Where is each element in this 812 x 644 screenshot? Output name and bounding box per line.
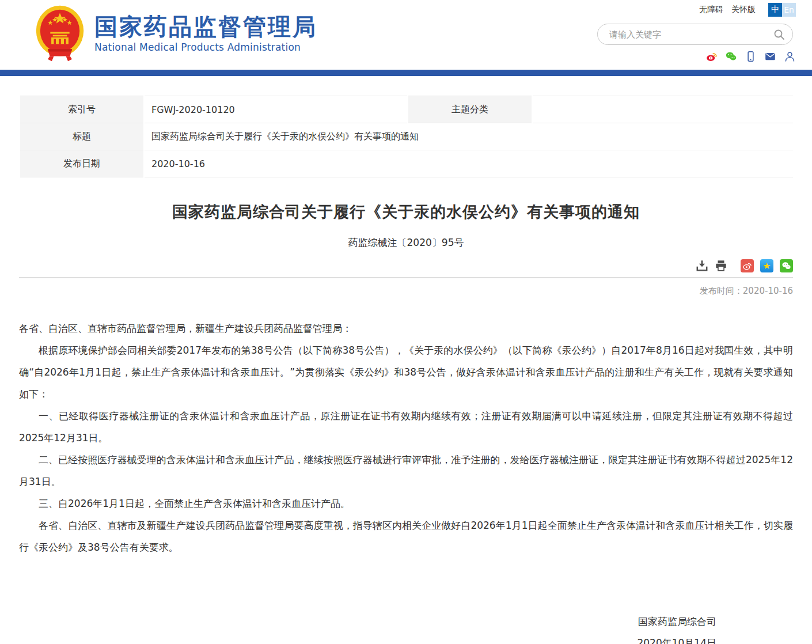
care-version-link[interactable]: 关怀版: [731, 5, 756, 15]
language-switcher: 中 En: [768, 3, 796, 17]
weibo-share-icon[interactable]: [741, 259, 754, 272]
site-header: 国家药品监督管理局 National Medical Products Admi…: [0, 0, 812, 70]
top-utility-links: 无障碍 关怀版 中 En: [597, 2, 796, 17]
user-icon[interactable]: [784, 50, 796, 62]
qzone-star-glyph: ★: [762, 260, 771, 271]
lang-en-button[interactable]: En: [782, 3, 796, 17]
meta-title-value: 国家药监局综合司关于履行《关于汞的水俣公约》有关事项的通知: [144, 123, 793, 150]
table-row: 发布日期 2020-10-16: [20, 150, 793, 177]
site-logo[interactable]: 国家药品监督管理局 National Medical Products Admi…: [35, 5, 317, 65]
mobile-icon[interactable]: [745, 50, 757, 62]
publish-time-label: 发布时间：: [700, 286, 743, 296]
table-row: 索引号 FGWJ-2020-10120 主题分类: [20, 96, 793, 123]
meta-index-value: FGWJ-2020-10120: [144, 96, 408, 123]
accessibility-link[interactable]: 无障碍: [699, 5, 723, 15]
meta-category-value: [532, 96, 793, 123]
header-divider-bar: [0, 70, 812, 76]
search-input[interactable]: [609, 24, 765, 44]
body-paragraph: 二、已经按照医疗器械受理的含汞体温计和含汞血压计产品，继续按照医疗器械进行审评审…: [19, 449, 793, 493]
meta-title-label: 标题: [20, 123, 144, 150]
wechat-share-icon[interactable]: [780, 259, 793, 272]
meta-date-value: 2020-10-16: [144, 150, 793, 177]
page-title: 国家药监局综合司关于履行《关于汞的水俣公约》有关事项的通知: [19, 202, 793, 222]
publish-time-value: 2020-10-16: [743, 286, 793, 296]
body-paragraph: 根据原环境保护部会同相关部委2017年发布的第38号公告（以下简称38号公告），…: [19, 339, 793, 405]
lang-zh-button[interactable]: 中: [768, 3, 782, 17]
document-body: 各省、自治区、直辖市药品监督管理局，新疆生产建设兵团药品监督管理局：根据原环境保…: [19, 317, 793, 558]
signature-org: 国家药监局综合司: [19, 611, 716, 632]
mail-icon[interactable]: [764, 50, 776, 62]
print-icon[interactable]: [715, 259, 727, 272]
qzone-share-icon[interactable]: ★: [760, 259, 773, 272]
weibo-icon[interactable]: [705, 50, 718, 62]
meta-date-label: 发布日期: [20, 150, 144, 177]
national-emblem-icon: [35, 5, 85, 65]
download-icon[interactable]: [696, 259, 708, 272]
publish-time: 发布时间：2020-10-16: [19, 286, 793, 297]
body-paragraph: 各省、自治区、直辖市及新疆生产建设兵团药品监督管理局要高度重视，指导辖区内相关企…: [19, 514, 793, 558]
wechat-icon[interactable]: [725, 50, 737, 62]
body-paragraph: 三、自2026年1月1日起，全面禁止生产含汞体温计和含汞血压计产品。: [19, 493, 793, 514]
meta-index-label: 索引号: [20, 96, 144, 123]
signature-date: 2020年10月14日: [19, 632, 716, 644]
body-paragraph: 一、已经取得医疗器械注册证的含汞体温计和含汞血压计产品，原注册证在证书有效期内继…: [19, 405, 793, 449]
document-actions: ★: [19, 259, 793, 272]
signature-block: 国家药监局综合司 2020年10月14日: [19, 611, 793, 644]
body-paragraph: 各省、自治区、直辖市药品监督管理局，新疆生产建设兵团药品监督管理局：: [19, 317, 793, 339]
table-row: 标题 国家药监局综合司关于履行《关于汞的水俣公约》有关事项的通知: [20, 123, 793, 150]
site-title: 国家药品监督管理局: [94, 14, 317, 39]
meta-category-label: 主题分类: [408, 96, 532, 123]
search-box: [597, 24, 793, 45]
document-meta-table: 索引号 FGWJ-2020-10120 主题分类 标题 国家药监局综合司关于履行…: [19, 96, 793, 177]
document-number: 药监综械注〔2020〕95号: [19, 236, 793, 249]
document-page: 索引号 FGWJ-2020-10120 主题分类 标题 国家药监局综合司关于履行…: [0, 96, 812, 644]
search-icon[interactable]: [773, 29, 785, 43]
site-subtitle: National Medical Products Administration: [94, 41, 317, 53]
header-social-row: [597, 50, 796, 62]
title-divider: [19, 278, 793, 278]
